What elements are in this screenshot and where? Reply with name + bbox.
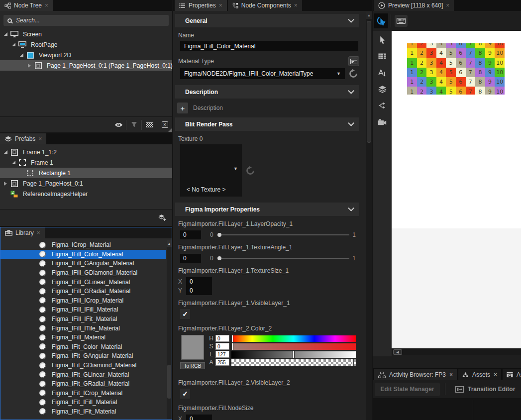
section-blit-render-pass[interactable]: Blit Render Pass	[175, 117, 359, 131]
alpha-field[interactable]	[215, 359, 229, 366]
slider-handle[interactable]	[217, 256, 221, 260]
saturation-slider[interactable]	[231, 343, 356, 350]
tab-node-components[interactable]: Node Components ×	[228, 0, 302, 11]
expander-icon[interactable]	[11, 43, 16, 46]
add-prefab-button[interactable]	[154, 210, 169, 226]
section-description[interactable]: Description	[175, 85, 359, 99]
preview-hscrollbar[interactable]: ◀	[392, 348, 521, 355]
interact-mode-button[interactable]	[374, 13, 388, 28]
layer-opacity-value[interactable]: 0	[180, 230, 201, 239]
lightness-slider[interactable]	[231, 351, 356, 358]
alpha-slider[interactable]	[231, 359, 356, 366]
library-item[interactable]: Figma_IFit_IFit_Material	[0, 407, 166, 417]
virtual-keyboard-button[interactable]	[395, 15, 408, 27]
library-item[interactable]: Figma_IFill_GAngular_Material	[0, 259, 166, 268]
revert-button[interactable]	[348, 69, 358, 79]
close-icon[interactable]: ×	[494, 371, 497, 378]
section-general[interactable]: General	[175, 14, 359, 27]
camera-button[interactable]	[376, 116, 388, 127]
slider-track[interactable]	[221, 234, 350, 235]
library-item[interactable]: Figma_IFit_ICrop_Material	[0, 389, 166, 398]
layers-button[interactable]	[376, 84, 388, 95]
slider-marker[interactable]	[231, 335, 233, 342]
library-item[interactable]: Figma_ICrop_Material	[0, 240, 166, 250]
close-icon[interactable]: ×	[219, 2, 222, 8]
texture-size-x-field[interactable]: 0	[186, 277, 212, 286]
visible-layer-1-checkbox[interactable]	[180, 309, 190, 319]
expander-icon[interactable]	[27, 64, 32, 68]
add-description-button[interactable]: +	[177, 103, 188, 113]
library-item[interactable]: Figma_IFill_Color_Material	[0, 250, 166, 259]
library-item[interactable]: Figma_IFill_GRadial_Material	[0, 287, 166, 296]
scrollbar-thumb[interactable]	[167, 365, 171, 399]
transition-editor-button[interactable]: Transition Editor	[450, 383, 520, 396]
to-rgb-button[interactable]: To RGB	[180, 362, 205, 369]
tree-row-screen[interactable]: Screen	[0, 29, 172, 39]
tab-asset-partial[interactable]: Asset	[503, 369, 521, 380]
filter-button[interactable]	[126, 117, 141, 133]
library-item[interactable]: Figma_IFit_GAngular_Material	[0, 351, 166, 361]
select-tool-button[interactable]	[376, 34, 388, 45]
close-icon[interactable]: ×	[38, 136, 42, 142]
prefab-row-rectangle[interactable]: Rectangle 1	[0, 168, 172, 178]
name-field[interactable]	[180, 41, 358, 51]
tab-preview[interactable]: Preview [1118 x 640] ×	[374, 0, 454, 11]
scroll-up-icon[interactable]: ▲	[167, 240, 172, 247]
prefab-row-frame-root[interactable]: Frame 1_1:2	[0, 147, 172, 157]
text-tool-button[interactable]	[376, 67, 388, 78]
expander-icon[interactable]	[3, 150, 8, 154]
prefab-row-pagehost[interactable]: Page 1_PageHost_0:1	[0, 178, 172, 189]
tab-properties[interactable]: Properties ×	[175, 0, 227, 11]
node-size-x-field[interactable]: 0	[186, 415, 212, 420]
close-icon[interactable]: ×	[37, 230, 40, 236]
texture-angle-value[interactable]: 0	[180, 254, 201, 263]
expander-icon[interactable]	[3, 32, 8, 36]
slider-track[interactable]	[221, 258, 350, 259]
texture-dropdown[interactable]: ▼ < No Texture >	[180, 144, 242, 197]
edit-state-manager-button[interactable]: Edit State Manager	[375, 383, 440, 396]
library-scrollbar[interactable]: ▲	[167, 240, 172, 419]
revert-button[interactable]	[245, 166, 255, 176]
library-item[interactable]: Figma_IFill_GLinear_Material	[0, 277, 166, 287]
close-icon[interactable]: ×	[294, 2, 298, 8]
saturation-field[interactable]	[215, 343, 229, 350]
tab-activity-browser[interactable]: Activity Browser: FP3 ×	[374, 369, 457, 380]
tree-row-rootpage[interactable]: RootPage	[0, 39, 172, 50]
library-item[interactable]: Figma_IFill_IFill_Material	[0, 305, 166, 315]
connections-button[interactable]	[376, 100, 388, 111]
prefab-row-refimages[interactable]: ReferenceImagesHelper	[0, 189, 172, 199]
resize-grip[interactable]	[168, 128, 172, 132]
close-icon[interactable]: ×	[45, 2, 48, 8]
tab-assets[interactable]: Assets ×	[458, 369, 501, 380]
scroll-left-button[interactable]: ◀	[393, 349, 402, 355]
close-icon[interactable]: ×	[449, 371, 453, 378]
texture-size-y-field[interactable]: 0	[186, 286, 212, 295]
tree-row-viewport[interactable]: Viewport 2D	[0, 50, 172, 60]
close-icon[interactable]: ×	[446, 2, 449, 8]
node-tree-search[interactable]	[3, 15, 169, 26]
grid-view-button[interactable]	[376, 51, 388, 62]
dither-toggle-button[interactable]	[142, 117, 157, 133]
visible-layer-2-checkbox[interactable]	[180, 389, 190, 399]
preview-canvas[interactable]: 1234567891012345678910123456789101234567…	[392, 31, 521, 228]
expander-icon[interactable]	[3, 182, 8, 186]
library-item[interactable]: Figma_IFill_ICrop_Material	[0, 296, 166, 306]
tab-node-tree[interactable]: Node Tree ×	[0, 0, 53, 11]
slider-marker[interactable]	[231, 343, 233, 350]
color-swatch[interactable]	[181, 335, 204, 360]
library-item[interactable]: Figma_IFill_IFit_Material	[0, 315, 166, 324]
expander-icon[interactable]	[11, 161, 16, 164]
material-type-editor-button[interactable]	[348, 56, 359, 66]
tree-row-pagehost[interactable]: Page 1_PageHost_0:1 (Page 1_PageHost_0:1…	[0, 60, 172, 71]
preview-canvas-lower[interactable]	[392, 228, 521, 348]
tab-library[interactable]: Library ×	[0, 227, 45, 238]
library-item[interactable]: Figma_IFill_Material	[0, 333, 166, 342]
search-input[interactable]	[16, 17, 165, 24]
properties-scrollbar[interactable]: ▲	[366, 12, 372, 420]
prefab-row-frame1[interactable]: Frame 1	[0, 157, 172, 168]
visibility-filter-button[interactable]	[111, 117, 126, 133]
library-item[interactable]: Figma_IFit_GLinear_Material	[0, 370, 166, 379]
library-item[interactable]: Figma_IFit_Color_Material	[0, 342, 166, 352]
library-item[interactable]: Figma_IFit_IFill_Material	[0, 398, 166, 407]
scroll-up-icon[interactable]: ▲	[366, 12, 372, 19]
